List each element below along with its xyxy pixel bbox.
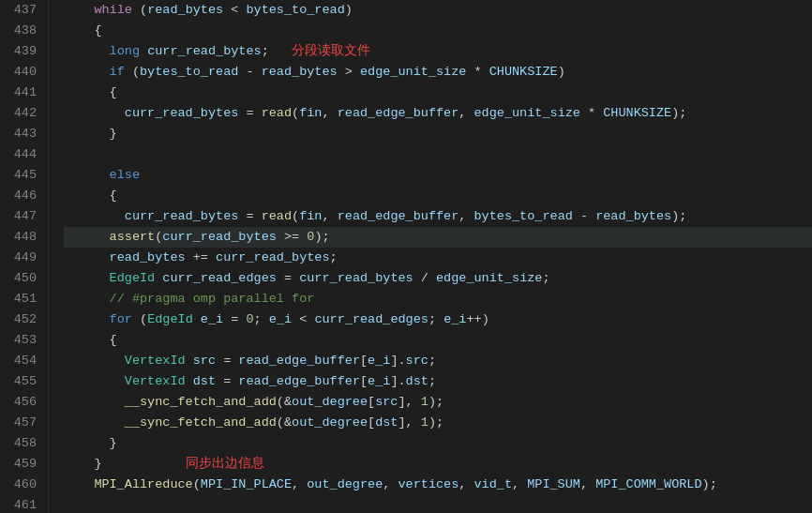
line-num-448: 448 (8, 227, 37, 248)
code-line-459: } 同步出边信息 (64, 454, 812, 475)
line-num-457: 457 (8, 413, 37, 433)
code-line-438: { (64, 21, 812, 41)
line-num-452: 452 (8, 309, 37, 330)
code-line-456: __sync_fetch_and_add(&out_degree[src], 1… (64, 392, 812, 413)
line-num-447: 447 (8, 206, 37, 227)
line-num-458: 458 (8, 433, 37, 454)
code-line-454: VertexId src = read_edge_buffer[e_i].src… (64, 351, 812, 371)
line-num-446: 446 (8, 186, 37, 206)
code-line-442: curr_read_bytes = read(fin, read_edge_bu… (64, 103, 812, 124)
line-num-450: 450 (8, 268, 37, 289)
code-line-439: long curr_read_bytes; 分段读取文件 (64, 41, 812, 62)
code-line-446: { (64, 186, 812, 206)
code-line-449: read_bytes += curr_read_bytes; (64, 248, 812, 268)
code-line-441: { (64, 83, 812, 103)
code-line-447: curr_read_bytes = read(fin, read_edge_bu… (64, 206, 812, 227)
code-line-451: // #pragma omp parallel for (64, 289, 812, 309)
code-line-458: } (64, 433, 812, 454)
code-line-455: VertexId dst = read_edge_buffer[e_i].dst… (64, 371, 812, 392)
line-num-460: 460 (8, 475, 37, 495)
code-line-450: EdgeId curr_read_edges = curr_read_bytes… (64, 268, 812, 289)
line-num-455: 455 (8, 371, 37, 392)
line-num-441: 441 (8, 83, 37, 103)
code-line-453: { (64, 330, 812, 351)
code-line-448: assert(curr_read_bytes >= 0); (64, 227, 812, 248)
code-line-440: if (bytes_to_read - read_bytes > edge_un… (64, 62, 812, 83)
code-line-445: else (64, 165, 812, 186)
line-num-453: 453 (8, 330, 37, 351)
code-line-437: while (read_bytes < bytes_to_read) (64, 0, 812, 21)
code-line-460: MPI_Allreduce(MPI_IN_PLACE, out_degree, … (64, 475, 812, 495)
line-num-454: 454 (8, 351, 37, 371)
line-num-438: 438 (8, 21, 37, 41)
line-num-461: 461 (8, 495, 37, 513)
code-line-457: __sync_fetch_and_add(&out_degree[dst], 1… (64, 413, 812, 433)
code-line-444 (64, 144, 812, 165)
line-num-444: 444 (8, 144, 37, 165)
line-num-459: 459 (8, 454, 37, 475)
line-num-451: 451 (8, 289, 37, 309)
code-line-461 (64, 495, 812, 513)
line-num-442: 442 (8, 103, 37, 124)
code-lines: while (read_bytes < bytes_to_read) { lon… (49, 0, 812, 513)
line-num-443: 443 (8, 124, 37, 144)
code-container: 4374384394404414424434444454464474484494… (0, 0, 812, 513)
code-line-452: for (EdgeId e_i = 0; e_i < curr_read_edg… (64, 309, 812, 330)
line-num-440: 440 (8, 62, 37, 83)
line-num-439: 439 (8, 41, 37, 62)
code-line-443: } (64, 124, 812, 144)
line-num-456: 456 (8, 392, 37, 413)
line-num-445: 445 (8, 165, 37, 186)
line-numbers: 4374384394404414424434444454464474484494… (0, 0, 49, 513)
line-num-449: 449 (8, 248, 37, 268)
line-num-437: 437 (8, 0, 37, 21)
